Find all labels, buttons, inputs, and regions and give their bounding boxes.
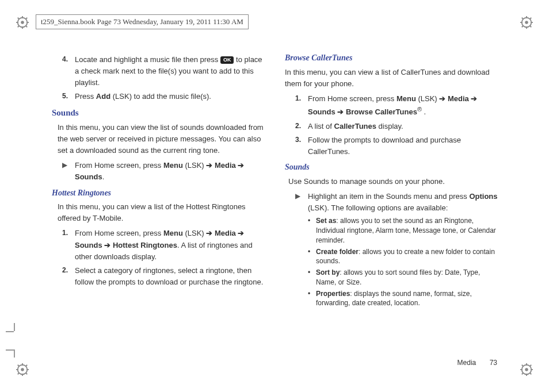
page-footer: Media 73 [458, 359, 497, 367]
text: A list of [308, 122, 334, 130]
text: . [422, 107, 426, 116]
crop-mark-icon [6, 331, 17, 343]
gear-icon [520, 363, 533, 376]
svg-line-29 [26, 365, 28, 367]
list-number: 1. [295, 93, 308, 118]
list-body: Press Add (LSK) to add the music file(s)… [75, 91, 268, 102]
svg-line-17 [530, 26, 532, 28]
bullet-body: Sort by: allows you to sort sound files … [316, 268, 501, 287]
text-bold: Menu [396, 94, 416, 103]
bullet-icon: • [308, 268, 316, 287]
list-body: From Home screen, press Menu (LSK) ➔ Med… [75, 160, 268, 183]
list-item: 3. Follow the prompts to download and pu… [295, 134, 501, 157]
list-body: Select a category of ringtones, select a… [75, 265, 268, 288]
footer-page: 73 [490, 359, 497, 367]
list-body: Follow the prompts to download and purch… [308, 134, 501, 157]
text: (LSK) [183, 161, 206, 170]
paragraph: In this menu, you can view a list of the… [58, 201, 268, 224]
registered-icon: ® [417, 106, 422, 113]
text-bold: Menu [163, 161, 183, 170]
list-item: 2. Select a category of ringtones, selec… [62, 265, 268, 288]
svg-line-6 [18, 18, 20, 20]
text-bold: Sounds [308, 107, 336, 116]
text: : allows you to sort sound files by: Dat… [316, 268, 480, 286]
svg-point-31 [525, 368, 528, 371]
list-number: 3. [295, 134, 308, 157]
list-item: 5. Press Add (LSK) to add the music file… [62, 91, 268, 102]
list-item: 2. A list of CallerTunes display. [295, 121, 501, 132]
ok-key-icon: OK [220, 56, 234, 64]
text: Locate and highlight a music file then p… [75, 55, 220, 64]
bullet-body: Properties: displays the sound name, for… [316, 289, 501, 309]
list-body: From Home screen, press Menu (LSK) ➔ Med… [308, 93, 501, 118]
arrow-icon: ➔ [238, 161, 244, 170]
svg-line-36 [522, 365, 524, 367]
arrow-icon: ➔ [439, 94, 445, 103]
text-bold: Add [96, 92, 110, 101]
heading-sounds: Sounds [52, 106, 268, 120]
list-number: 4. [62, 54, 75, 89]
text: Press [75, 92, 96, 101]
text-bold: Set as [316, 217, 336, 225]
page-body: 4. Locate and highlight a music file the… [52, 52, 501, 310]
list-item: ▶ From Home screen, press Menu (LSK) ➔ M… [62, 160, 268, 183]
bullet-icon: • [308, 289, 316, 309]
footer-label: Media [458, 359, 476, 367]
svg-line-16 [522, 18, 524, 20]
text: (LSK) to add the music file(s). [110, 92, 211, 101]
text: . [102, 172, 105, 181]
bullet-body: Create folder: allows you to create a ne… [316, 247, 501, 267]
list-body: From Home screen, press Menu (LSK) ➔ Med… [75, 228, 268, 262]
text-bold: Media [215, 161, 236, 170]
paragraph: In this menu, you can view a list of Cal… [285, 67, 501, 90]
paragraph: In this menu, you can view the list of s… [58, 122, 268, 156]
svg-line-26 [18, 365, 20, 367]
text-bold: Options [469, 192, 497, 201]
text: : allows you to set the sound as an Ring… [316, 217, 496, 244]
list-number: 5. [62, 91, 75, 102]
list-number: 2. [295, 121, 308, 132]
text-bold: Sounds [75, 172, 102, 181]
text-bold: Menu [163, 229, 183, 237]
arrow-icon: ➔ [104, 241, 110, 249]
bullet-item: • Set as: allows you to set the sound as… [308, 216, 501, 245]
svg-line-27 [26, 373, 28, 375]
gear-icon [520, 16, 533, 29]
list-item: 1. From Home screen, press Menu (LSK) ➔ … [62, 228, 268, 262]
text-bold: Properties [316, 290, 350, 298]
list-body: Locate and highlight a music file then p… [75, 54, 268, 89]
svg-line-9 [26, 18, 28, 20]
arrow-icon: ➔ [238, 229, 244, 237]
bullet-body: Set as: allows you to set the sound as a… [316, 216, 501, 245]
text: Highlight an item in the Sounds menu and… [308, 192, 469, 201]
text-bold: Create folder [316, 248, 359, 256]
page-header: t259_Sienna.book Page 73 Wednesday, Janu… [36, 14, 249, 29]
text-bold: Browse CallerTunes [346, 107, 417, 116]
arrow-icon: ➔ [471, 94, 477, 103]
list-body: Highlight an item in the Sounds menu and… [308, 191, 501, 214]
text: From Home screen, press [75, 161, 163, 170]
triangle-icon: ▶ [62, 160, 75, 183]
text: From Home screen, press [308, 94, 396, 103]
arrow-icon: ➔ [337, 107, 344, 116]
list-item: 1. From Home screen, press Menu (LSK) ➔ … [295, 93, 501, 118]
text-bold: Media [215, 229, 236, 237]
arrow-icon: ➔ [206, 229, 212, 237]
text: From Home screen, press [75, 229, 163, 237]
text: (LSK). The following options are availab… [308, 203, 448, 212]
list-number: 2. [62, 265, 75, 288]
list-body: A list of CallerTunes display. [308, 121, 501, 132]
triangle-icon: ▶ [295, 191, 308, 214]
svg-line-7 [26, 26, 28, 28]
bullet-item: • Properties: displays the sound name, f… [308, 289, 501, 309]
svg-line-8 [18, 26, 20, 28]
text-bold: CallerTunes [334, 122, 376, 130]
right-column: Browse CallerTunes In this menu, you can… [285, 52, 501, 310]
list-item: ▶ Highlight an item in the Sounds menu a… [295, 191, 501, 214]
crop-mark-icon [6, 349, 17, 361]
svg-point-11 [525, 21, 528, 24]
svg-line-28 [18, 373, 20, 375]
text-bold: Sort by [316, 268, 340, 276]
heading-sounds-2: Sounds [285, 161, 501, 174]
svg-line-19 [530, 18, 532, 20]
